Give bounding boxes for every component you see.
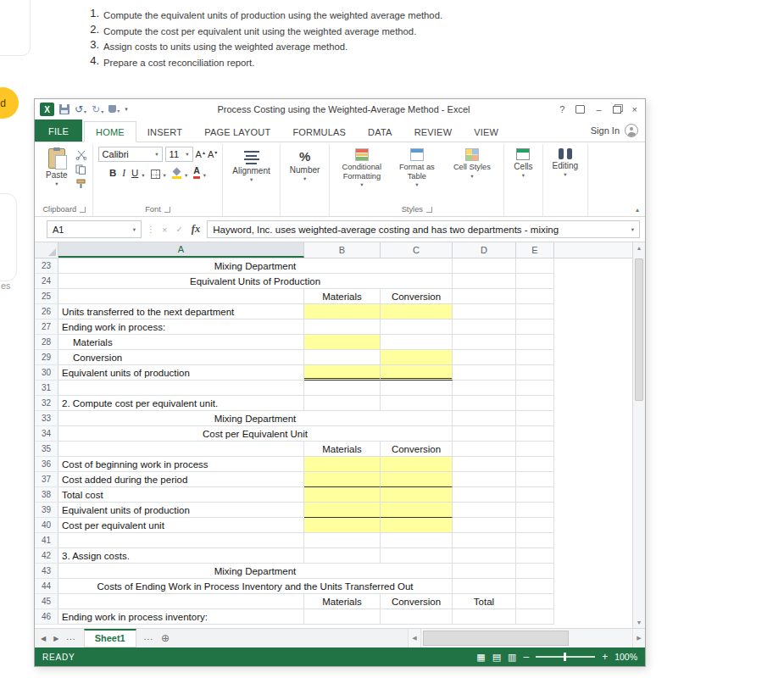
grid-cell[interactable] [304,350,381,365]
column-header-a[interactable]: A [58,242,304,258]
zoom-in-icon[interactable]: + [602,652,608,662]
number-button[interactable]: % Number ▾ [286,147,325,184]
column-header-b[interactable]: B [304,242,381,258]
tab-page-layout[interactable]: PAGE LAYOUT [193,122,281,142]
scroll-up-icon[interactable]: ▲ [637,245,642,251]
grid-cell[interactable] [453,579,516,594]
row-header[interactable]: 30 [35,365,58,381]
grid-cell[interactable] [304,609,381,625]
sheet-nav-right-icon[interactable]: ▶ [53,635,58,642]
zoom-out-icon[interactable]: – [523,652,529,662]
tab-formulas[interactable]: FORMULAS [281,122,357,142]
grid-cell[interactable] [304,472,381,487]
paste-button[interactable]: Paste ▾ [42,147,72,189]
grid-cell[interactable] [381,350,453,365]
grid-cell[interactable] [453,365,516,381]
grid-cell[interactable] [453,487,516,503]
grid-cell[interactable] [381,381,453,396]
grid-cell[interactable] [516,274,554,289]
grid-cell[interactable]: Materials [58,335,304,350]
grid-cell-merged[interactable]: Mixing Department [58,258,453,274]
grid-cell[interactable]: Equivalent units of production [58,365,304,381]
row-header[interactable]: 37 [35,472,58,487]
horizontal-scroll-thumb[interactable] [423,631,569,646]
row-header[interactable]: 33 [35,411,58,426]
alignment-button[interactable]: Alignment ▾ [228,147,274,184]
formula-expand-icon[interactable]: ▾ [631,226,634,233]
grid-cell[interactable] [516,289,554,304]
grid-cell[interactable] [516,304,554,320]
row-header[interactable]: 24 [35,274,58,289]
borders-button[interactable]: ▾ [151,170,166,179]
grid-cell[interactable] [453,503,516,518]
vertical-scroll-thumb[interactable] [635,258,643,401]
grid-cell[interactable] [381,548,453,564]
grid-cell[interactable] [516,365,554,381]
grid-cell[interactable] [453,533,516,548]
grid-cell[interactable]: Conversion [381,442,453,457]
column-header-d[interactable]: D [453,242,516,258]
grid-cell[interactable] [453,564,516,579]
grid-cell[interactable] [453,442,516,457]
grid-cell[interactable] [304,487,381,503]
grid-cell[interactable] [516,258,554,274]
font-size-select[interactable]: 11▾ [165,147,193,162]
grid-cell[interactable]: Conversion [381,594,453,609]
grid-cell[interactable] [453,320,516,335]
shrink-font-button[interactable]: A▾ [208,150,217,159]
grid-cell[interactable] [516,503,554,518]
grid-cell[interactable] [453,472,516,487]
select-all-corner[interactable] [35,242,58,258]
row-header[interactable]: 39 [35,503,58,518]
grid-cell[interactable] [304,396,381,411]
format-as-table-button[interactable]: Format as Table ▾ [390,147,443,188]
grid-cell[interactable]: Units transferred to the next department [58,304,304,320]
hscroll-right-icon[interactable]: ▶ [632,629,645,647]
grid-cell[interactable] [453,350,516,365]
grid-cell[interactable] [381,365,453,381]
grow-font-button[interactable]: A▴ [196,150,205,159]
grid-cell[interactable]: Conversion [58,350,304,365]
row-header[interactable]: 36 [35,457,58,472]
grid-cell[interactable] [58,289,304,304]
row-header[interactable]: 41 [35,533,58,548]
grid-cell[interactable] [453,457,516,472]
sheet-tabs-overflow-left[interactable]: ... [66,632,75,644]
grid-cell[interactable]: Materials [304,442,381,457]
row-header[interactable]: 28 [35,335,58,350]
fill-color-button[interactable]: ▾ [172,169,187,179]
grid-cell[interactable] [516,335,554,350]
cells-button[interactable]: Cells ▾ [509,147,537,181]
grid-cell-merged[interactable]: Mixing Department [58,411,453,426]
grid-cell[interactable] [516,533,554,548]
grid-cell[interactable] [516,487,554,503]
tab-data[interactable]: DATA [357,122,403,142]
dialog-launcher-icon[interactable] [80,207,86,213]
grid-cell[interactable] [453,396,516,411]
column-header-e[interactable]: E [516,242,554,258]
grid-cell[interactable] [516,609,554,625]
page-break-view-icon[interactable]: ▥ [508,652,516,663]
grid-cell[interactable] [304,320,381,335]
sheet-tabs-overflow-right[interactable]: ... [144,632,153,644]
grid-cell[interactable]: Materials [304,289,381,304]
editing-button[interactable]: Editing ▾ [548,147,583,180]
grid-cell[interactable] [453,548,516,564]
grid-cell[interactable] [304,381,381,396]
grid-cell[interactable] [453,609,516,625]
undo-button[interactable]: ↺▾ [75,104,86,114]
row-header[interactable]: 44 [35,579,58,594]
zoom-slider[interactable] [536,656,595,658]
tab-review[interactable]: REVIEW [403,122,464,142]
grid-cell[interactable]: 2. Compute cost per equivalent unit. [58,396,304,411]
grid-cell[interactable] [516,518,554,533]
grid-cell[interactable] [516,350,554,365]
sheet-tab-sheet1[interactable]: Sheet1 [84,629,136,647]
grid-cell[interactable] [381,457,453,472]
collapse-ribbon-icon[interactable]: ▴ [636,206,639,214]
tab-home[interactable]: HOME [84,121,136,142]
format-painter-icon[interactable] [75,179,87,189]
grid-cell[interactable]: Equivalent units of production [58,503,304,518]
excel-logo-icon[interactable]: X [40,103,54,116]
row-header[interactable]: 29 [35,350,58,365]
